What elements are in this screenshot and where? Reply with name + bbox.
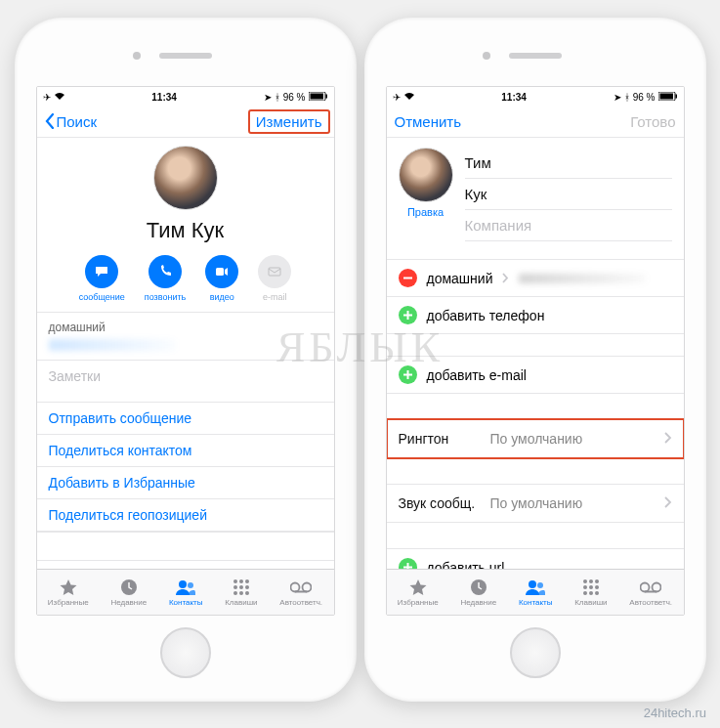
- svg-point-9: [239, 579, 243, 583]
- edit-photo-link[interactable]: Правка: [407, 206, 444, 218]
- svg-rect-2: [325, 94, 327, 98]
- svg-rect-22: [675, 94, 677, 98]
- svg-point-38: [595, 585, 599, 589]
- add-phone-row[interactable]: добавить телефон: [387, 297, 684, 334]
- add-favorite-link[interactable]: Добавить в Избранные: [37, 467, 334, 499]
- contact-avatar[interactable]: [153, 146, 218, 210]
- add-url-row[interactable]: добавить url: [387, 548, 684, 569]
- tab-favorites[interactable]: Избранные: [398, 578, 439, 607]
- first-name-field[interactable]: Тим: [465, 148, 672, 179]
- svg-point-14: [233, 591, 237, 595]
- star-icon: [407, 578, 429, 596]
- phone-type-label[interactable]: домашний: [427, 271, 493, 286]
- tab-favorites[interactable]: Избранные: [48, 578, 89, 607]
- svg-point-15: [239, 591, 243, 595]
- bluetooth-icon: ᚼ: [275, 92, 280, 103]
- svg-point-32: [537, 582, 543, 588]
- call-action[interactable]: позвонить: [145, 255, 186, 302]
- speaker: [159, 53, 212, 59]
- done-button[interactable]: Готово: [630, 113, 675, 130]
- clock: 11:34: [501, 92, 527, 103]
- front-camera: [133, 52, 141, 60]
- airplane-icon: ✈: [393, 92, 401, 103]
- battery-icon: [309, 92, 328, 103]
- last-name-field[interactable]: Кук: [465, 179, 672, 210]
- cancel-button[interactable]: Отменить: [395, 113, 462, 130]
- add-icon: [399, 558, 417, 569]
- mail-icon: [258, 255, 291, 288]
- unblock-link[interactable]: Разблокировать абонента: [37, 560, 334, 569]
- chevron-right-icon: [502, 273, 509, 283]
- texttone-value: По умолчанию: [490, 495, 651, 511]
- battery-icon: [658, 92, 678, 103]
- svg-rect-23: [403, 278, 412, 279]
- tab-voicemail[interactable]: Автоответч.: [629, 578, 672, 607]
- svg-point-10: [245, 579, 249, 583]
- texttone-label: Звук сообщ.: [399, 495, 477, 511]
- add-email-row[interactable]: добавить e-mail: [387, 356, 684, 394]
- contact-avatar[interactable]: [399, 148, 453, 202]
- home-button[interactable]: [510, 627, 561, 678]
- ringtone-label: Рингтон: [399, 431, 477, 447]
- ringtone-value: По умолчанию: [490, 431, 651, 447]
- tab-recents[interactable]: Недавние: [110, 578, 147, 607]
- svg-rect-4: [269, 268, 280, 276]
- voicemail-icon: [640, 578, 661, 596]
- voicemail-icon: [290, 578, 312, 596]
- share-contact-link[interactable]: Поделиться контактом: [37, 435, 334, 467]
- svg-point-37: [589, 585, 593, 589]
- phone-frame-left: ✈ 11:34 ➤ ᚼ 96 %: [15, 18, 357, 702]
- svg-point-12: [239, 585, 243, 589]
- source-credit: 24hitech.ru: [644, 706, 706, 720]
- message-action[interactable]: сообщение: [79, 255, 125, 302]
- svg-point-17: [291, 582, 300, 591]
- add-icon: [399, 365, 417, 384]
- delete-icon[interactable]: [399, 269, 417, 287]
- wifi-icon: [54, 92, 65, 103]
- edit-button[interactable]: Изменить: [248, 109, 330, 134]
- tab-contacts[interactable]: Контакты: [169, 578, 203, 607]
- notes-cell[interactable]: Заметки: [37, 361, 334, 403]
- bluetooth-icon: ᚼ: [624, 92, 630, 103]
- contact-name: Тим Кук: [147, 218, 224, 243]
- tab-voicemail[interactable]: Автоответч.: [279, 578, 322, 607]
- svg-rect-25: [403, 315, 412, 317]
- phone-number-blurred: [49, 339, 176, 351]
- message-icon: [85, 255, 118, 288]
- tab-keypad[interactable]: Клавиши: [574, 578, 607, 607]
- svg-rect-27: [403, 374, 412, 376]
- clock: 11:34: [151, 92, 177, 103]
- keypad-icon: [231, 578, 252, 596]
- home-button[interactable]: [160, 627, 211, 678]
- tab-bar: Избранные Недавние Контакты Клавиши: [387, 569, 684, 615]
- nav-bar: Отменить Готово: [387, 106, 684, 138]
- svg-point-40: [589, 591, 593, 595]
- phone-row[interactable]: домашний: [387, 259, 684, 297]
- text-tone-row[interactable]: Звук сообщ. По умолчанию: [387, 484, 684, 523]
- phone-cell[interactable]: домашний: [37, 313, 334, 361]
- status-bar: ✈ 11:34 ➤ ᚼ 96 %: [37, 87, 334, 106]
- back-button[interactable]: Поиск: [45, 113, 98, 130]
- svg-point-36: [583, 585, 587, 589]
- wifi-icon: [403, 92, 415, 103]
- send-message-link[interactable]: Отправить сообщение: [37, 403, 334, 435]
- chevron-right-icon: [664, 431, 672, 447]
- video-action[interactable]: видео: [205, 255, 238, 302]
- company-field[interactable]: Компания: [465, 210, 672, 241]
- phone-type-label: домашний: [49, 321, 322, 334]
- share-location-link[interactable]: Поделиться геопозицией: [37, 499, 334, 532]
- svg-rect-21: [659, 93, 673, 99]
- tab-contacts[interactable]: Контакты: [519, 578, 553, 607]
- phone-frame-right: ✈ 11:34 ➤ ᚼ 96 % Отменить Готов: [364, 18, 706, 702]
- ringtone-row[interactable]: Рингтон По умолчанию: [387, 419, 684, 458]
- email-action: e-mail: [258, 255, 291, 302]
- back-label: Поиск: [57, 113, 98, 130]
- tab-keypad[interactable]: Клавиши: [225, 578, 257, 607]
- contacts-icon: [175, 578, 196, 596]
- star-icon: [58, 578, 79, 596]
- location-icon: ➤: [264, 92, 272, 103]
- tab-recents[interactable]: Недавние: [460, 578, 496, 607]
- svg-point-41: [595, 591, 599, 595]
- add-icon: [399, 306, 417, 324]
- svg-point-42: [641, 582, 650, 591]
